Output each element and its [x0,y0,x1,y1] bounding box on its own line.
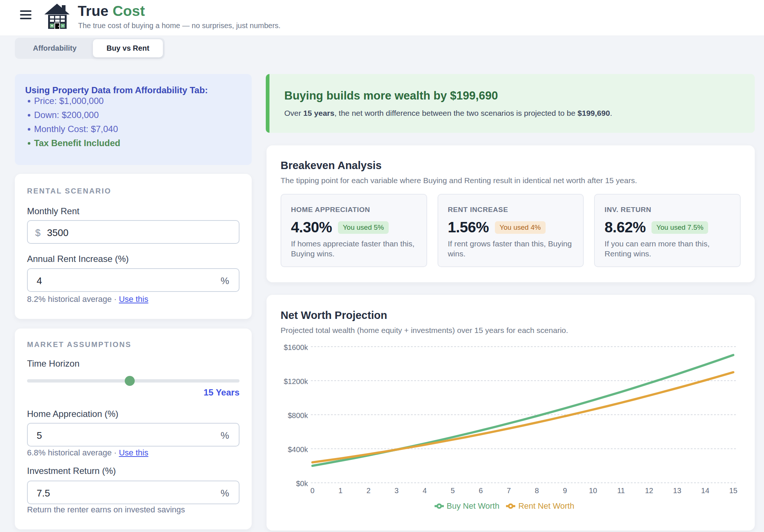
svg-text:$0k: $0k [296,479,308,488]
svg-text:9: 9 [563,486,567,495]
svg-text:14: 14 [701,486,709,495]
svg-text:0: 0 [310,486,314,495]
svg-text:$1200k: $1200k [284,377,308,385]
svg-text:7: 7 [507,486,511,495]
svg-text:3: 3 [395,486,399,495]
svg-text:2: 2 [366,486,371,495]
svg-text:5: 5 [450,486,455,495]
svg-text:4: 4 [423,486,427,495]
svg-text:1: 1 [338,486,342,495]
svg-text:13: 13 [673,486,681,495]
svg-text:11: 11 [617,486,625,495]
svg-text:$400k: $400k [288,445,308,454]
svg-text:12: 12 [645,486,653,495]
svg-text:6: 6 [479,486,483,495]
svg-text:$800k: $800k [288,411,308,420]
svg-text:$1600k: $1600k [284,343,308,351]
svg-text:10: 10 [589,486,597,495]
svg-text:15: 15 [729,486,737,495]
svg-text:8: 8 [535,486,539,495]
